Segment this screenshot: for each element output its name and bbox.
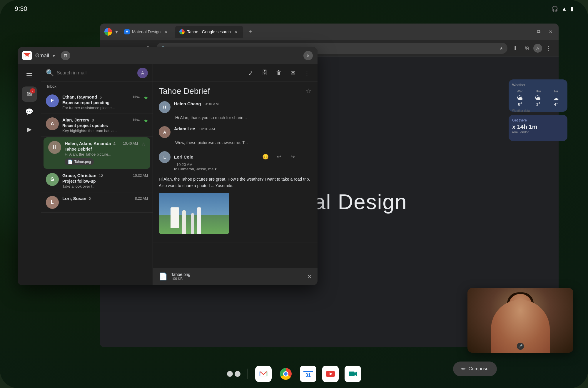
detail-archive-btn[interactable]: 🗄 — [259, 67, 270, 79]
message-avatar-helen: H — [159, 101, 171, 113]
sender-helen: Helen, Adam, Amanda 4 — [65, 141, 116, 146]
forward-btn[interactable]: ↪ — [287, 151, 298, 162]
attachment-bar-name: Tahoe.png — [171, 272, 190, 277]
thread-title: Tahoe Debrief — [159, 86, 210, 96]
gmail-minimize-btn[interactable]: ⊟ — [61, 51, 70, 60]
chrome-app-icon[interactable] — [103, 27, 113, 36]
dock-meet[interactable] — [345, 366, 361, 382]
detail-delete-btn[interactable]: 🗑 — [273, 67, 285, 79]
sender-grace: Grace, Christian 12 — [62, 173, 103, 178]
svg-rect-3 — [303, 371, 313, 372]
message-avatar-lori: L — [159, 151, 171, 163]
mail-badge: 2 — [30, 88, 35, 94]
extensions-btn[interactable]: ⎗ — [522, 43, 532, 54]
gmail-search-bar: 🔍 A — [41, 64, 153, 82]
search-icon[interactable]: 🔍 — [46, 69, 54, 77]
emoji-btn[interactable]: 😊 — [260, 151, 271, 162]
email-item-ethan[interactable]: E Ethan, Raymond 5 Now Expense report pe… — [41, 91, 153, 114]
travel-duration: x 14h 1m — [512, 124, 564, 130]
detail-more-btn[interactable]: ⋮ — [301, 67, 313, 79]
detail-email-btn[interactable]: ✉ — [287, 67, 299, 79]
detail-expand-btn[interactable]: ⤢ — [245, 67, 256, 79]
sidebar-chat-btn[interactable]: 💬 — [22, 104, 37, 119]
tab-tahoe[interactable]: Tahoe - Google sesarch ✕ — [175, 26, 243, 38]
gmail-dock-icon — [259, 369, 268, 379]
new-tab-button[interactable]: + — [245, 26, 256, 37]
status-bar-right: 🎧 ▲ ▮ — [552, 6, 573, 12]
message-time-row: 10:20 AM — [174, 162, 312, 167]
email-item-alan[interactable]: A Alan, Jerrery 3 Now Recent project upd… — [41, 114, 153, 137]
email-content-grace: Grace, Christian 12 10:32 AM Project fol… — [62, 173, 148, 189]
attachment-bar-close[interactable]: ✕ — [307, 273, 312, 280]
tab-material-close[interactable]: ✕ — [163, 29, 169, 35]
message-recipient-lori: to Cameron, Jesse, me ▾ — [174, 167, 312, 171]
email-header-alan: Alan, Jerrery 3 Now — [62, 117, 140, 122]
weather-label: Weather — [512, 83, 564, 87]
dock-youtube[interactable] — [322, 366, 339, 382]
battery-icon: ▮ — [570, 6, 573, 12]
chat-icon: 💬 — [25, 108, 33, 116]
compose-icon: ✏ — [461, 366, 466, 372]
avatar-alan: A — [46, 117, 59, 130]
email-item-lori[interactable]: L Lori, Susan 2 8:22 AM — [41, 192, 153, 213]
dock-overview-btn[interactable] — [227, 371, 240, 377]
chrome-menu-btn[interactable]: ▾ — [115, 29, 118, 35]
thread-star[interactable]: ☆ — [306, 87, 312, 95]
email-header-ethan: Ethan, Raymond 5 Now — [62, 94, 140, 99]
chrome-close-btn[interactable]: ✕ — [546, 27, 555, 36]
user-avatar[interactable]: A — [137, 68, 148, 78]
bookmark-btn[interactable]: ★ — [500, 46, 503, 51]
email-header-grace: Grace, Christian 12 10:32 AM — [62, 173, 148, 178]
email-content-lori: Lori, Susan 2 8:22 AM — [62, 196, 148, 202]
msg-more-btn[interactable]: ⋮ — [300, 151, 312, 162]
attachment-bar: 📄 Tahoe.png 106 KB ✕ — [153, 268, 318, 285]
travel-widget: Get there x 14h 1m rom London — [509, 115, 567, 141]
search-input[interactable] — [57, 70, 134, 76]
dock-gmail[interactable] — [255, 366, 272, 382]
sidebar-video-btn[interactable]: ▶ — [22, 122, 37, 137]
compose-button[interactable]: ✏ Compose — [453, 362, 497, 376]
svg-text:31: 31 — [305, 373, 311, 378]
sender-alan: Alan, Jerrery 3 — [62, 117, 94, 122]
subject-helen: Tahoe Debrief — [65, 147, 138, 151]
subject-grace: Project follow-up — [62, 179, 148, 184]
message-header-adam: A Adam Lee 10:10 AM — [159, 126, 312, 138]
preview-ethan: For further assistance please... — [62, 106, 140, 110]
attachment-chip-helen[interactable]: 📄 Tahoe.png — [65, 158, 94, 165]
weather-icon-fri: ☁ — [548, 95, 564, 102]
message-lori: L Lori Cole 😊 ↩ ↪ ⋮ — [153, 148, 318, 242]
email-item-grace[interactable]: G Grace, Christian 12 10:32 AM Project f… — [41, 169, 153, 192]
time-ethan: Now — [133, 95, 140, 99]
sidebar-mail-btn[interactable]: ✉ 2 — [22, 86, 37, 102]
avatar-helen-letter: H — [53, 145, 56, 150]
msg-sender-adam: Adam Lee — [174, 126, 195, 131]
attachment-name-helen: Tahoe.png — [74, 160, 91, 164]
gmail-chevron[interactable]: ▾ — [53, 53, 55, 59]
email-item-helen[interactable]: H Helen, Adam, Amanda 4 10:40 AM Tahoe D… — [44, 137, 150, 169]
preview-alan: Key highlights: the team has a... — [62, 129, 140, 133]
star-helen[interactable]: ☆ — [141, 141, 146, 147]
attachment-bar-size: 106 KB — [171, 277, 190, 281]
weather-day-thu: Thu 🌥 3° — [530, 89, 546, 107]
travel-from: rom London — [512, 130, 564, 134]
tab-tahoe-close[interactable]: ✕ — [233, 29, 239, 35]
star-alan[interactable]: ★ — [144, 118, 148, 124]
dock-calendar[interactable]: 31 — [300, 366, 316, 382]
tree3 — [197, 207, 201, 234]
chrome-window-controls: ⧉ ✕ — [534, 27, 555, 36]
tahoe-image — [159, 193, 229, 234]
dock-chrome[interactable] — [278, 366, 294, 382]
msg-sender-helen: Helen Chang — [174, 101, 201, 106]
download-btn[interactable]: ⬇ — [510, 43, 520, 54]
gmail-close-btn[interactable]: ✕ — [303, 51, 313, 60]
tab-material[interactable]: M Material Design ✕ — [120, 26, 173, 38]
reply-btn[interactable]: ↩ — [273, 151, 285, 162]
star-ethan[interactable]: ★ — [144, 95, 148, 101]
sidebar-hamburger[interactable] — [22, 68, 37, 83]
avatar-grace: G — [46, 173, 59, 186]
message-helen: H Helen Chang 9:30 AM Hi Alan, thank you… — [153, 98, 318, 123]
profile-btn[interactable]: A — [533, 44, 542, 53]
chrome-tabs-btn[interactable]: ⧉ — [534, 27, 543, 36]
status-time: 9:30 — [15, 5, 27, 13]
chrome-menu-dots[interactable]: ⋮ — [543, 43, 554, 54]
